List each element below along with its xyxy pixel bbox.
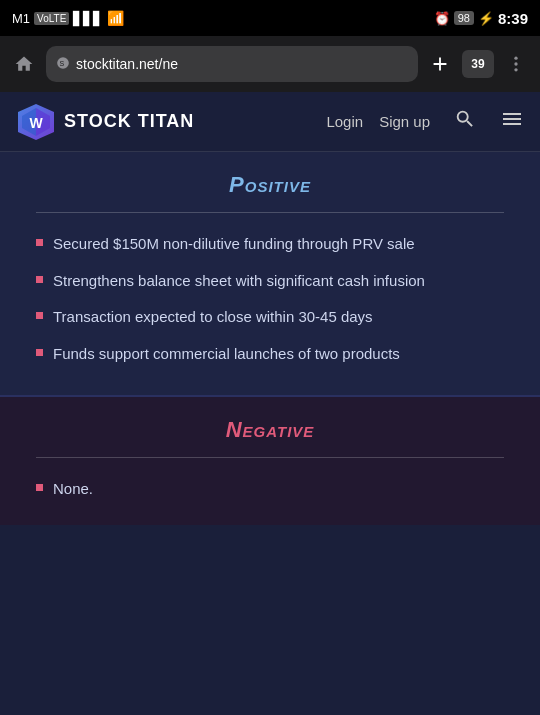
list-item: Secured $150M non-dilutive funding throu… [36,233,504,256]
header-nav: Login Sign up [326,107,524,136]
negative-item-1: None. [53,478,93,501]
list-item: Transaction expected to close within 30-… [36,306,504,329]
alarm-icon: ⏰ [434,11,450,26]
bullet-icon [36,349,43,356]
positive-item-4: Funds support commercial launches of two… [53,343,400,366]
bullet-icon [36,239,43,246]
charge-icon: ⚡ [478,11,494,26]
address-text: stocktitan.net/ne [76,56,178,72]
logo-area: W STOCK TITAN [16,102,326,142]
negative-section: Negative None. [0,397,540,525]
main-content: Positive Secured $150M non-dilutive fund… [0,152,540,715]
list-item: Funds support commercial launches of two… [36,343,504,366]
bullet-icon [36,276,43,283]
positive-title: Positive [36,172,504,198]
positive-section: Positive Secured $150M non-dilutive fund… [0,152,540,397]
status-left: M1 VoLTE ▋▋▋ 📶 [12,10,124,26]
wifi-icon: 📶 [107,10,124,26]
logo-text: STOCK TITAN [64,111,194,132]
svg-point-4 [514,68,517,71]
time-display: 8:39 [498,10,528,27]
site-header: W STOCK TITAN Login Sign up [0,92,540,152]
signup-link[interactable]: Sign up [379,113,430,130]
address-security-icon: S [56,56,70,73]
new-tab-button[interactable] [426,50,454,78]
positive-item-2: Strengthens balance sheet with significa… [53,270,425,293]
browser-menu-button[interactable] [502,50,530,78]
browser-home-button[interactable] [10,50,38,78]
battery-label: 98 [454,11,474,25]
positive-list: Secured $150M non-dilutive funding throu… [36,233,504,365]
list-item: None. [36,478,504,501]
tab-count-button[interactable]: 39 [462,50,494,78]
browser-chrome: S stocktitan.net/ne 39 [0,36,540,92]
login-link[interactable]: Login [326,113,363,130]
status-bar: M1 VoLTE ▋▋▋ 📶 ⏰ 98 ⚡ 8:39 [0,0,540,36]
svg-text:W: W [29,115,43,131]
bullet-icon [36,312,43,319]
positive-item-1: Secured $150M non-dilutive funding throu… [53,233,415,256]
positive-divider [36,212,504,213]
negative-title: Negative [36,417,504,443]
positive-item-3: Transaction expected to close within 30-… [53,306,373,329]
list-item: Strengthens balance sheet with significa… [36,270,504,293]
volte-badge: VoLTE [34,12,69,25]
negative-list: None. [36,478,504,501]
svg-point-2 [514,57,517,60]
bullet-icon [36,484,43,491]
status-right: ⏰ 98 ⚡ 8:39 [434,10,528,27]
hamburger-icon[interactable] [500,107,524,136]
svg-point-3 [514,62,517,65]
signal-icon: ▋▋▋ [73,11,103,26]
search-icon[interactable] [454,108,476,135]
carrier-label: M1 [12,11,30,26]
logo-icon: W [16,102,56,142]
negative-divider [36,457,504,458]
svg-text:S: S [60,59,65,66]
address-bar[interactable]: S stocktitan.net/ne [46,46,418,82]
